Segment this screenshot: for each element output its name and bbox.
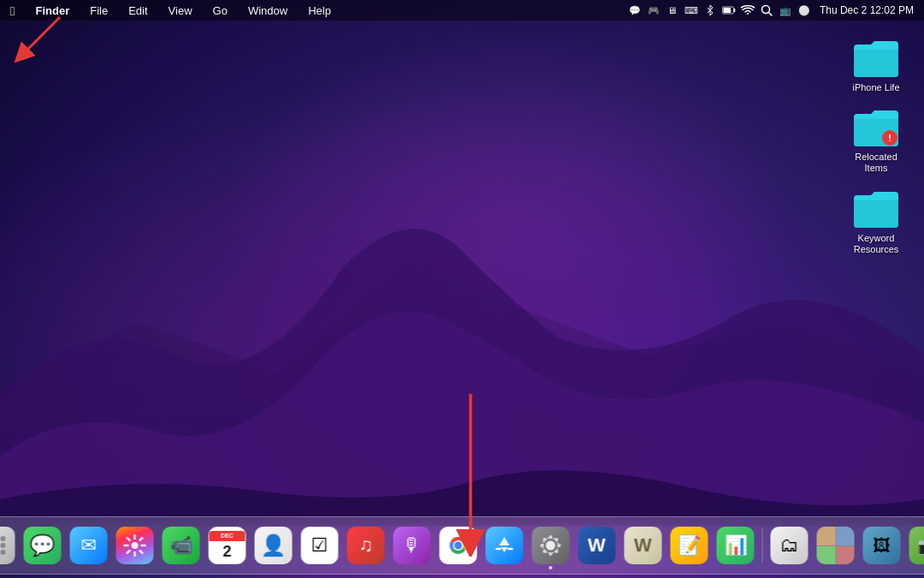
gamepad-icon[interactable]: 🎮: [647, 4, 660, 16]
svg-point-36: [549, 535, 553, 539]
desktop-icon-iphone-life[interactable]: iPhone Life: [842, 34, 910, 97]
svg-line-29: [127, 550, 130, 553]
finder-menu[interactable]: Finder: [32, 3, 73, 19]
icon-label-iphone-life: iPhone Life: [852, 82, 899, 93]
dock-mail[interactable]: ✉: [68, 524, 110, 567]
chrome-icon: [440, 527, 477, 564]
word-icon: W: [578, 527, 616, 564]
dock-app-extra[interactable]: 🖼: [861, 524, 903, 567]
dock-chrome[interactable]: [437, 524, 480, 567]
svg-point-37: [549, 552, 553, 556]
svg-point-17: [1, 543, 6, 548]
folder-icon-iphone-life: [852, 38, 900, 79]
dock-app-extra2[interactable]: 📸: [907, 524, 925, 567]
contacts-icon: 👤: [255, 527, 293, 564]
bluetooth-icon[interactable]: [703, 4, 717, 16]
svg-line-27: [139, 550, 143, 553]
notes-icon: 📝: [671, 527, 708, 564]
menubar:  Finder File Edit View Go Window Help 💬…: [0, 0, 924, 21]
dock-photos[interactable]: [114, 524, 157, 567]
go-menu[interactable]: Go: [210, 3, 231, 19]
calendar-icon: DEC 2: [209, 527, 246, 564]
svg-point-38: [541, 544, 544, 547]
dock-notes[interactable]: 📝: [668, 524, 711, 567]
svg-point-42: [543, 550, 547, 553]
dock-launchpad[interactable]: [0, 524, 18, 567]
podcasts-icon: 🎙: [394, 527, 431, 564]
groove-icon: W: [625, 527, 662, 564]
svg-point-14: [1, 536, 6, 541]
dock-reminders[interactable]: ☑: [299, 524, 341, 567]
facetime-icon: 📹: [163, 527, 200, 564]
wifi-icon[interactable]: [741, 4, 755, 16]
keyboard-icon[interactable]: ⌨: [684, 4, 698, 16]
siri-icon[interactable]: ⚪: [797, 4, 811, 16]
reminders-icon: ☑: [301, 527, 339, 564]
launchpad-icon: [0, 527, 15, 564]
folder-icon-keyword-resources: [852, 188, 900, 229]
folder-icon-relocated-items: !: [852, 107, 900, 148]
svg-line-3: [768, 13, 772, 16]
dock: 💬 ✉ 📹: [0, 516, 924, 575]
svg-point-41: [555, 538, 559, 541]
dock-music[interactable]: ♫: [345, 524, 388, 567]
icon-label-keyword-resources: Keyword Resources: [854, 233, 899, 255]
svg-point-43: [555, 550, 559, 553]
search-icon[interactable]: [760, 4, 773, 16]
dock-separator: [762, 528, 763, 563]
svg-line-26: [127, 538, 130, 541]
help-menu[interactable]: Help: [305, 3, 335, 19]
filemanager-icon: 🗂: [771, 527, 808, 564]
svg-point-39: [558, 544, 561, 547]
window-menu[interactable]: Window: [245, 3, 291, 19]
wechat-icon[interactable]: 💬: [628, 4, 642, 16]
file-menu[interactable]: File: [86, 3, 111, 19]
desktop-icon-relocated-items[interactable]: ! Relocated Items: [842, 104, 910, 177]
numbers-icon: 📊: [717, 527, 755, 564]
display-icon[interactable]: 🖥: [666, 4, 679, 16]
dock-filemanager[interactable]: 🗂: [768, 524, 811, 567]
battery-icon[interactable]: [722, 4, 736, 16]
extra-icon: 🖼: [863, 527, 901, 564]
desktop-icons-area: iPhone Life ! Relocated Items Keyword Re…: [842, 34, 910, 259]
desktop-background: [0, 0, 924, 578]
svg-point-20: [1, 550, 6, 555]
screen-icon[interactable]: 📺: [779, 4, 792, 16]
icon-label-relocated-items: Relocated Items: [845, 152, 907, 174]
dock-photos-collage[interactable]: [814, 524, 857, 567]
dock-facetime[interactable]: 📹: [160, 524, 203, 567]
photos-collage-icon: [817, 527, 855, 564]
svg-point-21: [132, 542, 139, 549]
edit-menu[interactable]: Edit: [125, 3, 151, 19]
svg-text:!: !: [888, 133, 891, 143]
messages-icon: 💬: [24, 527, 62, 564]
apple-menu[interactable]: : [7, 3, 18, 18]
extra2-icon: 📸: [909, 527, 925, 564]
dock-contacts[interactable]: 👤: [252, 524, 295, 567]
svg-line-28: [139, 538, 143, 541]
dock-messages[interactable]: 💬: [21, 524, 64, 567]
mail-icon: ✉: [70, 527, 108, 564]
view-menu[interactable]: View: [165, 3, 196, 19]
dock-system-settings[interactable]: [530, 524, 572, 567]
desktop-icon-keyword-resources[interactable]: Keyword Resources: [842, 185, 910, 259]
settings-icon: [532, 527, 570, 564]
dock-appstore[interactable]: [483, 524, 526, 567]
svg-point-34: [546, 541, 555, 551]
dock-numbers[interactable]: 📊: [714, 524, 757, 567]
svg-point-40: [543, 538, 547, 541]
dock-word[interactable]: W: [576, 524, 619, 567]
svg-point-33: [454, 542, 462, 550]
dock-podcasts[interactable]: 🎙: [391, 524, 434, 567]
dock-calendar[interactable]: DEC 2: [206, 524, 249, 567]
appstore-icon: [486, 527, 524, 564]
settings-active-dot: [549, 566, 553, 569]
dock-groove[interactable]: W: [622, 524, 665, 567]
photos-icon: [116, 527, 154, 564]
datetime-display: Thu Dec 2 12:02 PM: [816, 4, 917, 16]
music-icon: ♫: [347, 527, 385, 564]
svg-rect-1: [723, 8, 731, 13]
